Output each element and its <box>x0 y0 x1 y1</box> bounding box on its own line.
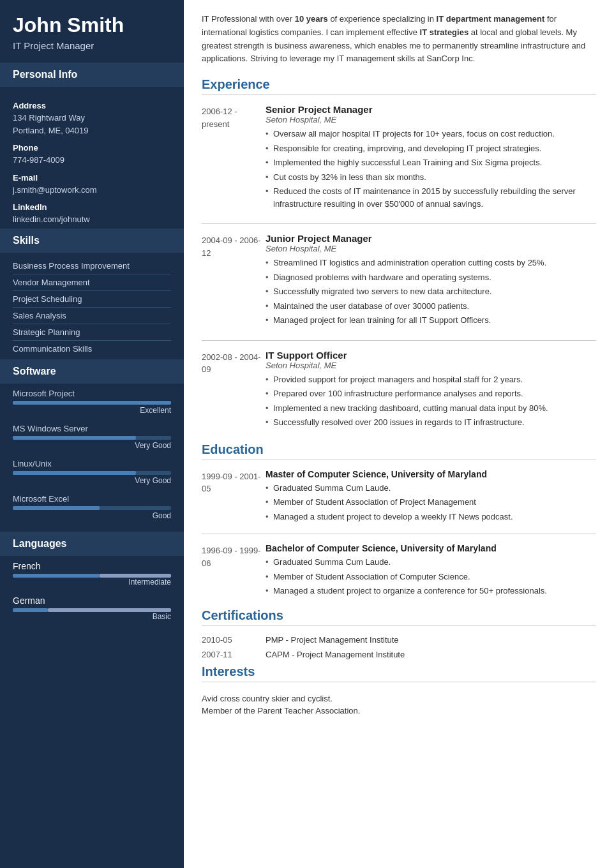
edu-bullet: Graduated Summa Cum Laude. <box>266 556 596 569</box>
software-level: Very Good <box>13 441 171 450</box>
linkedin-label: LinkedIn <box>13 202 171 212</box>
software-name: MS Windows Server <box>13 424 171 433</box>
software-bar <box>13 471 171 475</box>
cert-date: 2007-11 <box>202 650 266 659</box>
skill-item: Business Process Improvement <box>13 258 171 274</box>
email-value: j.smith@uptowork.com <box>13 184 171 197</box>
software-bar <box>13 506 171 510</box>
skills-list: Business Process ImprovementVendor Manag… <box>0 253 184 359</box>
exp-detail: IT Support Officer Seton Hospital, ME Pr… <box>266 350 596 431</box>
edu-detail: Bachelor of Computer Science, University… <box>266 543 596 599</box>
exp-date: 2004-09 - 2006-12 <box>202 233 266 329</box>
language-item: French Intermediate <box>13 561 171 587</box>
exp-date: 2002-08 - 2004-09 <box>202 350 266 431</box>
skill-item: Communication Skills <box>13 341 171 357</box>
edu-detail: Master of Computer Science, University o… <box>266 469 596 525</box>
software-header: Software <box>0 359 184 384</box>
edu-bullet: Graduated Summa Cum Laude. <box>266 482 596 495</box>
candidate-title: IT Project Manager <box>13 40 171 51</box>
skill-item: Vendor Management <box>13 274 171 291</box>
interests-section-title: Interests <box>202 664 596 682</box>
exp-company: Seton Hospital, ME <box>266 244 596 253</box>
languages-header: Languages <box>0 532 184 556</box>
language-level: Basic <box>13 612 171 621</box>
sidebar-header: John Smith IT Project Manager <box>0 0 184 63</box>
exp-bullet: Successfully resolved over 200 issues in… <box>266 416 596 429</box>
certifications-section-title: Certifications <box>202 608 596 626</box>
exp-detail: Senior Project Manager Seton Hospital, M… <box>266 104 596 212</box>
language-bar <box>13 574 171 578</box>
exp-bullet: Responsible for creating, improving, and… <box>266 142 596 155</box>
software-level: Excellent <box>13 406 171 415</box>
cert-date: 2010-05 <box>202 635 266 645</box>
software-bar <box>13 401 171 405</box>
exp-detail: Junior Project Manager Seton Hospital, M… <box>266 233 596 329</box>
software-name: Linux/Unix <box>13 459 171 468</box>
cert-item: 2010-05 PMP - Project Management Institu… <box>202 635 596 645</box>
software-level: Good <box>13 511 171 520</box>
exp-bullet: Cut costs by 32% in less than six months… <box>266 171 596 184</box>
edu-bullets: Graduated Summa Cum Laude.Member of Stud… <box>266 556 596 597</box>
exp-job-title: IT Support Officer <box>266 350 596 361</box>
email-label: E-mail <box>13 173 171 183</box>
exp-bullet: Streamlined IT logistics and administrat… <box>266 257 596 269</box>
main-content: IT Professional with over 10 years of ex… <box>184 0 614 868</box>
software-level: Very Good <box>13 476 171 485</box>
interest-item: Avid cross country skier and cyclist. <box>202 694 596 703</box>
personal-info-content: Address 134 Rightward Way Portland, ME, … <box>0 87 184 228</box>
address-line1: 134 Rightward Way <box>13 112 171 124</box>
exp-bullet: Implemented a new tracking dashboard, cu… <box>266 402 596 415</box>
exp-bullet: Maintained the user database of over 300… <box>266 300 596 313</box>
certifications-list: 2010-05 PMP - Project Management Institu… <box>202 635 596 659</box>
bar-fill <box>13 436 136 440</box>
skills-header: Skills <box>0 228 184 253</box>
cert-item: 2007-11 CAPM - Project Management Instit… <box>202 650 596 659</box>
edu-degree: Master of Computer Science, University o… <box>266 469 596 479</box>
language-name: German <box>13 595 171 606</box>
education-item: 1999-09 - 2001-05 Master of Computer Sci… <box>202 469 596 525</box>
experience-item: 2002-08 - 2004-09 IT Support Officer Set… <box>202 350 596 431</box>
software-item: MS Windows Server Very Good <box>13 424 171 450</box>
software-bar <box>13 436 171 440</box>
edu-date: 1999-09 - 2001-05 <box>202 469 266 525</box>
exp-date: 2006-12 - present <box>202 104 266 212</box>
interest-item: Member of the Parent Teacher Association… <box>202 706 596 715</box>
skill-item: Project Scheduling <box>13 291 171 308</box>
edu-degree: Bachelor of Computer Science, University… <box>266 543 596 553</box>
exp-bullet: Provided support for project managers an… <box>266 373 596 386</box>
education-list: 1999-09 - 2001-05 Master of Computer Sci… <box>202 469 596 599</box>
edu-bullet: Managed a student project to develop a w… <box>266 511 596 523</box>
exp-bullets: Streamlined IT logistics and administrat… <box>266 257 596 327</box>
bar-fill <box>13 506 100 510</box>
software-item: Linux/Unix Very Good <box>13 459 171 485</box>
exp-bullets: Oversaw all major hospital IT projects f… <box>266 128 596 210</box>
exp-bullet: Diagnosed problems with hardware and ope… <box>266 271 596 284</box>
language-name: French <box>13 561 171 571</box>
experience-item: 2006-12 - present Senior Project Manager… <box>202 104 596 212</box>
education-item: 1996-09 - 1999-06 Bachelor of Computer S… <box>202 543 596 599</box>
skill-item: Strategic Planning <box>13 324 171 341</box>
phone-value: 774-987-4009 <box>13 154 171 167</box>
edu-bullet: Member of Student Association of Project… <box>266 496 596 509</box>
experience-section-title: Experience <box>202 77 596 95</box>
bar-fill <box>13 471 136 475</box>
language-bar <box>13 608 171 612</box>
experience-list: 2006-12 - present Senior Project Manager… <box>202 104 596 431</box>
exp-bullets: Provided support for project managers an… <box>266 373 596 429</box>
phone-label: Phone <box>13 143 171 153</box>
exp-bullet: Successfully migrated two servers to new… <box>266 285 596 298</box>
software-item: Microsoft Project Excellent <box>13 389 171 415</box>
edu-bullet: Managed a student project to organize a … <box>266 585 596 597</box>
edu-date: 1996-09 - 1999-06 <box>202 543 266 599</box>
summary-text: IT Professional with over 10 years of ex… <box>202 13 596 66</box>
language-item: German Basic <box>13 595 171 621</box>
exp-company: Seton Hospital, ME <box>266 115 596 124</box>
cert-text: CAPM - Project Management Institute <box>266 650 596 659</box>
language-level: Intermediate <box>13 578 171 587</box>
software-name: Microsoft Excel <box>13 494 171 504</box>
lang-bar-remaining <box>48 608 171 612</box>
edu-bullet: Member of Student Association of Compute… <box>266 571 596 583</box>
exp-bullet: Prepared over 100 infrastructure perform… <box>266 387 596 400</box>
cert-text: PMP - Project Management Institute <box>266 635 596 645</box>
exp-bullet: Oversaw all major hospital IT projects f… <box>266 128 596 140</box>
